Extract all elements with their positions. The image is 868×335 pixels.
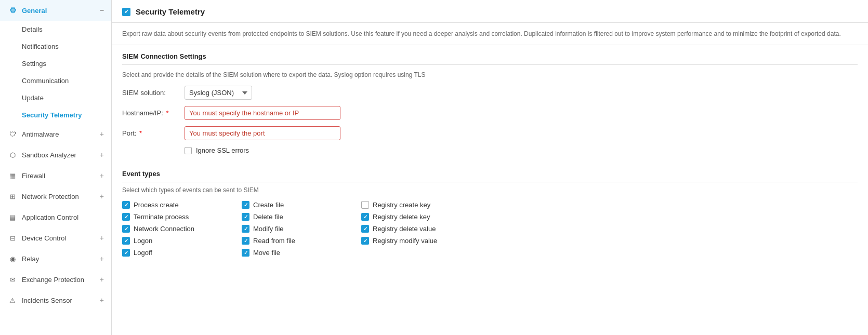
event-checkbox-delete-file[interactable]	[242, 213, 249, 221]
event-label-move-file: Move file	[253, 249, 280, 257]
sidebar-item-security-telemetry[interactable]: Security Telemetry	[0, 106, 111, 124]
event-label-registry-modify-value: Registry modify value	[373, 237, 437, 245]
event-types-title: Event types	[122, 163, 858, 178]
siem-solution-label: SIEM solution:	[122, 89, 185, 97]
event-label-network-connection: Network Connection	[134, 225, 194, 233]
section-title: Security Telemetry	[136, 7, 205, 16]
relay-icon	[7, 253, 18, 264]
event-checkbox-logon[interactable]	[122, 237, 130, 245]
event-label-logoff: Logoff	[134, 249, 152, 257]
sidebar-antimalware-label: Antimalware	[22, 130, 59, 138]
event-checkbox-process-create[interactable]	[122, 201, 130, 209]
section-description: Export raw data about security events fr…	[112, 23, 868, 45]
event-checkbox-registry-delete-value[interactable]	[361, 225, 369, 233]
sidebar-details-label: Details	[22, 25, 43, 33]
sidebar-item-exchange-protection[interactable]: Exchange Protection +	[0, 269, 111, 290]
port-required: *	[139, 129, 142, 137]
collapse-icon: −	[100, 6, 104, 15]
sidebar-item-relay[interactable]: Relay +	[0, 248, 111, 269]
event-types-divider	[122, 182, 858, 182]
event-label-registry-delete-value: Registry delete value	[373, 225, 436, 233]
sidebar-item-general[interactable]: General −	[0, 0, 111, 21]
security-telemetry-checkbox[interactable]	[122, 8, 130, 16]
event-checkbox-move-file[interactable]	[242, 249, 249, 257]
expand-icon-3: +	[100, 171, 104, 180]
sidebar-item-notifications[interactable]: Notifications	[0, 38, 111, 55]
event-registry-create-key[interactable]: Registry create key	[361, 201, 481, 209]
gear-icon	[7, 5, 18, 16]
event-read-from-file[interactable]: Read from file	[242, 237, 361, 245]
event-label-delete-file: Delete file	[253, 213, 283, 221]
section-title-bar: Security Telemetry	[112, 0, 868, 23]
device-icon	[7, 233, 18, 243]
network-icon	[7, 191, 18, 202]
sidebar-item-communication[interactable]: Communication	[0, 72, 111, 89]
event-registry-modify-value[interactable]: Registry modify value	[361, 237, 481, 245]
expand-icon-2: +	[100, 151, 104, 159]
sidebar-item-sandbox-analyzer[interactable]: Sandbox Analyzer +	[0, 144, 111, 165]
siem-divider	[122, 64, 858, 65]
sidebar-notifications-label: Notifications	[22, 43, 59, 50]
port-input[interactable]	[185, 126, 340, 140]
sandbox-icon	[7, 150, 18, 160]
sidebar-item-settings[interactable]: Settings	[0, 55, 111, 72]
port-row: Port: *	[122, 126, 858, 140]
sidebar-item-antimalware[interactable]: Antimalware +	[0, 124, 111, 144]
event-delete-file[interactable]: Delete file	[242, 213, 361, 221]
event-label-read-from-file: Read from file	[253, 237, 295, 245]
event-registry-delete-value[interactable]: Registry delete value	[361, 225, 481, 233]
ignore-ssl-row: Ignore SSL errors	[185, 146, 858, 154]
sidebar-sandbox-label: Sandbox Analyzer	[22, 151, 76, 159]
event-modify-file[interactable]: Modify file	[242, 225, 361, 233]
event-empty	[361, 249, 481, 257]
siem-connection-section: SIEM Connection Settings Select and prov…	[112, 45, 868, 154]
event-logon[interactable]: Logon	[122, 237, 242, 245]
sidebar-item-application-control[interactable]: Application Control	[0, 207, 111, 227]
sidebar-relay-label: Relay	[22, 255, 39, 263]
event-checkbox-network-connection[interactable]	[122, 225, 130, 233]
event-checkbox-logoff[interactable]	[122, 249, 130, 257]
sidebar-appcontrol-label: Application Control	[22, 213, 78, 221]
expand-icon-4: +	[100, 192, 104, 200]
event-checkbox-terminate-process[interactable]	[122, 213, 130, 221]
hostname-input[interactable]	[185, 106, 340, 120]
main-content: Security Telemetry Export raw data about…	[112, 0, 868, 335]
sidebar-item-device-control[interactable]: Device Control +	[0, 227, 111, 248]
event-create-file[interactable]: Create file	[242, 201, 361, 209]
sidebar-item-incidents-sensor[interactable]: Incidents Sensor +	[0, 290, 111, 311]
sidebar-update-label: Update	[22, 94, 44, 102]
appcontrol-icon	[7, 212, 18, 222]
sidebar-item-network-protection[interactable]: Network Protection +	[0, 186, 111, 207]
event-label-logon: Logon	[134, 237, 152, 245]
event-label-registry-create-key: Registry create key	[373, 201, 430, 209]
event-move-file[interactable]: Move file	[242, 249, 361, 257]
hostname-label: Hostname/IP: *	[122, 109, 185, 117]
event-terminate-process[interactable]: Terminate process	[122, 213, 242, 221]
event-checkbox-read-from-file[interactable]	[242, 237, 249, 245]
event-checkbox-create-file[interactable]	[242, 201, 249, 209]
event-types-desc: Select which types of events can be sent…	[122, 186, 858, 194]
event-checkbox-registry-delete-key[interactable]	[361, 213, 369, 221]
event-process-create[interactable]: Process create	[122, 201, 242, 209]
hostname-row: Hostname/IP: *	[122, 106, 858, 120]
sidebar-firewall-label: Firewall	[22, 172, 45, 180]
event-logoff[interactable]: Logoff	[122, 249, 242, 257]
siem-solution-select[interactable]: Syslog (JSON) Syslog (CEF) Splunk ArcSig…	[185, 86, 252, 100]
sidebar-item-firewall[interactable]: Firewall +	[0, 165, 111, 186]
event-checkbox-modify-file[interactable]	[242, 225, 249, 233]
sidebar-security-telemetry-label: Security Telemetry	[22, 111, 82, 119]
event-types-section: Event types Select which types of events…	[112, 163, 868, 267]
sidebar-item-update[interactable]: Update	[0, 89, 111, 106]
siem-solution-row: SIEM solution: Syslog (JSON) Syslog (CEF…	[122, 86, 858, 100]
event-network-connection[interactable]: Network Connection	[122, 225, 242, 233]
sidebar-settings-label: Settings	[22, 60, 46, 68]
event-grid: Process create Create file Registry crea…	[122, 201, 858, 257]
event-checkbox-registry-create-key[interactable]	[361, 201, 369, 209]
event-checkbox-registry-modify-value[interactable]	[361, 237, 369, 245]
ignore-ssl-checkbox[interactable]	[185, 147, 192, 154]
ignore-ssl-label: Ignore SSL errors	[196, 146, 249, 154]
incidents-icon	[7, 295, 18, 305]
exchange-icon	[7, 274, 18, 285]
sidebar-item-details[interactable]: Details	[0, 21, 111, 38]
event-registry-delete-key[interactable]: Registry delete key	[361, 213, 481, 221]
